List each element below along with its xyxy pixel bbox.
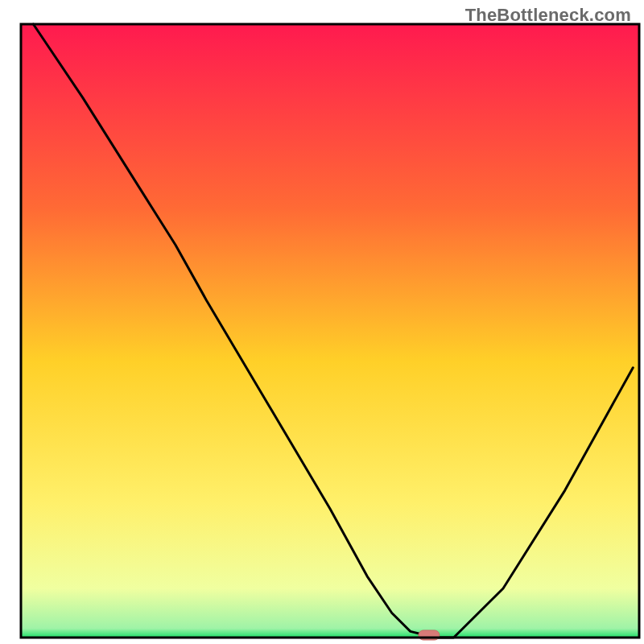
watermark-text: TheBottleneck.com <box>465 5 631 26</box>
chart-background <box>21 24 639 638</box>
bottleneck-chart <box>0 0 644 644</box>
chart-container: TheBottleneck.com <box>0 0 644 644</box>
